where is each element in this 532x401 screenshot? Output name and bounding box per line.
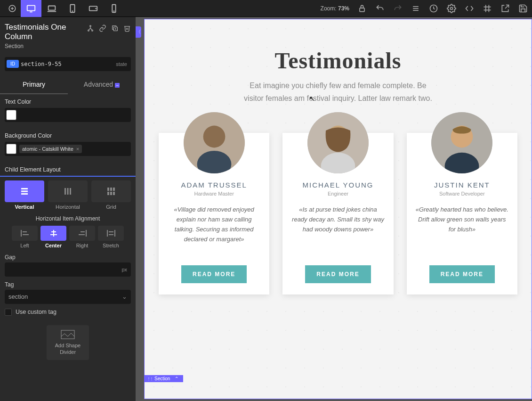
card-name[interactable]: JUSTIN KENT	[415, 181, 509, 189]
add-shape-divider-button[interactable]: Add Shape Divider	[47, 325, 89, 360]
layout-grid-option[interactable]: Grid	[91, 180, 131, 210]
layout-horizontal-option[interactable]: Horizontal	[48, 180, 88, 210]
duplicate-icon[interactable]	[111, 25, 119, 33]
top-toolbar: Zoom: 73%	[0, 0, 532, 17]
svg-point-12	[114, 11, 114, 11]
align-right-option[interactable]: Right	[69, 226, 95, 248]
device-laptop-button[interactable]	[41, 0, 62, 17]
svg-rect-30	[21, 190, 28, 192]
svg-point-10	[96, 8, 96, 8]
link-icon[interactable]	[99, 25, 106, 33]
page-subtitle[interactable]: Eat imagine you chiefly few and female c…	[239, 79, 437, 105]
gap-input[interactable]: px	[5, 262, 131, 277]
chip-remove-icon[interactable]: ×	[76, 146, 79, 152]
svg-rect-35	[107, 188, 109, 191]
delete-icon[interactable]	[123, 25, 131, 33]
h-align-label: Horizontal Item Alignment	[5, 215, 131, 222]
selected-section-badge[interactable]: Section	[144, 375, 183, 382]
page-title[interactable]: Testimonials	[159, 48, 517, 74]
svg-point-56	[203, 126, 225, 148]
testimonial-card[interactable]: JUSTIN KENT Software Developer «Greatly …	[407, 133, 517, 295]
svg-rect-38	[107, 192, 109, 195]
card-name[interactable]: ADAM TRUSSEL	[167, 181, 261, 189]
export-button[interactable]	[500, 3, 510, 14]
chevron-down-icon: ⌄	[122, 293, 127, 300]
testimonial-card[interactable]: MICHAEL YOUNG Engineer «Is at purse trie…	[282, 133, 393, 295]
add-element-button[interactable]	[4, 0, 21, 17]
align-stretch-option[interactable]: Stretch	[98, 226, 124, 248]
gap-field[interactable]	[8, 266, 121, 273]
save-button[interactable]	[518, 3, 528, 14]
card-role[interactable]: Engineer	[291, 191, 385, 196]
tree-icon[interactable]	[87, 25, 94, 33]
device-tablet-button[interactable]	[62, 0, 83, 17]
avatar[interactable]	[184, 112, 245, 173]
svg-rect-40	[113, 192, 115, 195]
layers-button[interactable]	[411, 3, 421, 14]
bg-color-label: Background Color	[0, 128, 136, 142]
undo-button[interactable]	[375, 3, 385, 14]
device-desktop-button[interactable]	[21, 0, 41, 17]
history-button[interactable]	[428, 3, 439, 14]
avatar[interactable]	[307, 112, 369, 173]
tab-primary[interactable]: Primary	[0, 75, 68, 94]
custom-tag-checkbox[interactable]	[5, 309, 12, 316]
svg-rect-33	[67, 188, 69, 195]
code-button[interactable]	[464, 3, 475, 14]
testimonials-section[interactable]: ↖ Testimonials Eat imagine you chiefly f…	[145, 19, 532, 313]
device-mobile-button[interactable]	[104, 0, 124, 17]
text-color-input[interactable]	[5, 108, 131, 122]
id-value: section-9-55	[21, 61, 116, 67]
settings-button[interactable]	[446, 3, 457, 14]
device-tablet-landscape-button[interactable]	[83, 0, 104, 17]
text-color-label: Text Color	[0, 94, 136, 108]
id-row[interactable]: ID section-9-55 state	[5, 57, 131, 71]
tab-advanced[interactable]: Advanced–	[68, 75, 136, 94]
properties-panel: Testimonials One Column Section ID secti…	[0, 17, 136, 401]
svg-rect-32	[64, 188, 66, 195]
canvas[interactable]: ↖ Testimonials Eat imagine you chiefly f…	[144, 19, 532, 399]
text-color-swatch[interactable]	[6, 110, 16, 120]
panel-title: Testimonials One Column	[5, 23, 87, 42]
card-quote[interactable]: «Greatly hearted has who believe. Drift …	[415, 205, 509, 257]
id-badge: ID	[7, 60, 19, 68]
svg-rect-31	[21, 193, 28, 195]
card-role[interactable]: Hardware Master	[167, 191, 261, 196]
grid-button[interactable]	[482, 3, 492, 14]
state-label[interactable]: state	[116, 61, 127, 67]
bg-color-input[interactable]: atomic - Catskill White ×	[5, 142, 131, 156]
svg-rect-5	[48, 6, 56, 10]
testimonial-cards: ADAM TRUSSEL Hardware Master «Village di…	[159, 133, 517, 295]
panel-collapse-handle[interactable]: 〈	[136, 26, 141, 38]
svg-rect-34	[70, 188, 71, 195]
read-more-button[interactable]: READ MORE	[429, 265, 495, 283]
layout-vertical-option[interactable]: Vertical	[5, 180, 44, 210]
custom-tag-checkbox-row[interactable]: Use custom tag	[5, 309, 131, 316]
svg-point-25	[92, 30, 93, 31]
bg-color-swatch[interactable]	[6, 144, 16, 154]
tag-label: Tag	[5, 281, 131, 288]
canvas-area: 〈 ↖ Testimonials Eat imagine you chiefly…	[136, 17, 532, 401]
tag-select[interactable]: section ⌄	[5, 290, 131, 304]
svg-rect-13	[360, 8, 364, 11]
card-quote[interactable]: «Village did removed enjoyed explain nor…	[167, 205, 261, 257]
svg-rect-3	[27, 5, 35, 10]
card-role[interactable]: Software Developer	[415, 191, 509, 196]
svg-point-23	[90, 25, 91, 27]
align-left-option[interactable]: Left	[12, 226, 38, 248]
svg-rect-36	[110, 188, 112, 191]
svg-point-18	[451, 7, 453, 9]
testimonial-card[interactable]: ADAM TRUSSEL Hardware Master «Village di…	[159, 133, 269, 295]
align-center-option[interactable]: Center	[40, 226, 66, 248]
read-more-button[interactable]: READ MORE	[305, 265, 371, 283]
avatar[interactable]	[431, 112, 492, 173]
bg-color-chip[interactable]: atomic - Catskill White ×	[19, 145, 82, 153]
card-quote[interactable]: «Is at purse tried jokes china ready dec…	[291, 205, 385, 257]
redo-button[interactable]	[393, 3, 403, 14]
svg-rect-39	[110, 192, 112, 195]
lock-icon[interactable]	[357, 3, 367, 14]
svg-rect-29	[21, 188, 28, 189]
card-name[interactable]: MICHAEL YOUNG	[291, 181, 385, 189]
svg-point-24	[88, 30, 89, 31]
read-more-button[interactable]: READ MORE	[181, 265, 247, 283]
